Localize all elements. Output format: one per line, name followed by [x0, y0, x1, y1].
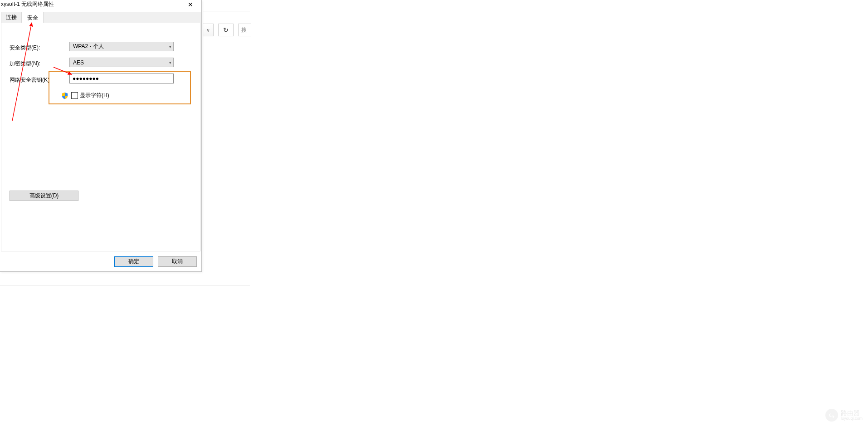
tab-connection-label: 连接 [6, 14, 17, 20]
chevron-down-icon: v [207, 28, 210, 33]
refresh-icon: ↻ [223, 26, 229, 34]
wifi-properties-dialog: xysoft-1 无线网络属性 ✕ 连接 安全 安全类型(E): WPA2 - … [0, 0, 202, 272]
tab-strip: 连接 安全 [1, 12, 200, 24]
advanced-settings-button[interactable]: 高级设置(D) [10, 191, 78, 201]
cancel-button[interactable]: 取消 [158, 256, 197, 267]
security-type-select[interactable]: WPA2 - 个人 ▾ [69, 42, 174, 51]
show-characters-label: 显示字符(H) [80, 92, 109, 99]
refresh-button[interactable]: ↻ [218, 24, 234, 36]
background-divider [203, 11, 250, 11]
show-characters-checkbox[interactable] [71, 92, 78, 99]
chevron-down-icon: ▾ [169, 60, 171, 65]
network-key-input[interactable] [69, 74, 174, 83]
uac-shield-icon [61, 92, 68, 99]
ok-button[interactable]: 确定 [114, 256, 153, 267]
tab-security-label: 安全 [27, 15, 38, 21]
ok-button-label: 确定 [128, 258, 139, 265]
chevron-down-icon: ▾ [169, 44, 171, 49]
security-type-label: 安全类型(E): [10, 44, 40, 52]
background-bottom-divider [0, 285, 250, 285]
encryption-type-label: 加密类型(N): [10, 60, 40, 68]
encryption-type-select[interactable]: AES ▾ [69, 58, 174, 67]
watermark-icon: ⇆ [825, 409, 838, 422]
breadcrumb-chevron[interactable]: v [203, 24, 214, 36]
tab-connection[interactable]: 连接 [1, 12, 22, 23]
network-key-label: 网络安全密钥(K) [10, 76, 49, 84]
security-type-value: WPA2 - 个人 [73, 43, 104, 50]
window-title: xysoft-1 无线网络属性 [0, 0, 54, 8]
titlebar: xysoft-1 无线网络属性 ✕ [0, 0, 201, 10]
router-icon: ⇆ [829, 411, 834, 420]
show-characters-row: 显示字符(H) [61, 92, 109, 99]
close-button[interactable]: ✕ [181, 0, 200, 9]
search-placeholder-partial: 搜 [241, 27, 247, 33]
watermark: ⇆ 路由器 luyouqi.com [825, 409, 863, 422]
tab-security[interactable]: 安全 [22, 12, 44, 24]
advanced-settings-label: 高级设置(D) [29, 192, 59, 200]
cancel-button-label: 取消 [172, 258, 183, 265]
watermark-sub: luyouqi.com [841, 416, 863, 421]
search-field-partial[interactable]: 搜 [238, 24, 251, 36]
security-pane: 安全类型(E): WPA2 - 个人 ▾ 加密类型(N): AES ▾ 网络安全… [1, 23, 200, 251]
close-icon: ✕ [188, 1, 193, 8]
encryption-type-value: AES [73, 59, 84, 66]
watermark-main: 路由器 [841, 410, 863, 416]
